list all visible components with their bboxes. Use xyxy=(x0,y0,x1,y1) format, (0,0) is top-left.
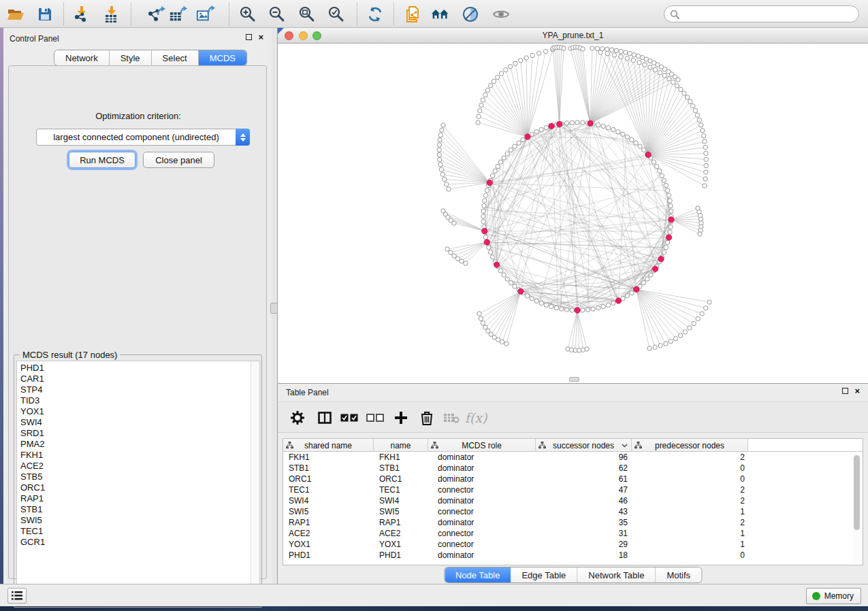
table-row[interactable]: ACE2ACE2connector311 xyxy=(283,528,863,539)
eye-icon[interactable] xyxy=(492,5,511,24)
zoom-selected-icon[interactable] xyxy=(327,5,346,24)
table-row[interactable]: ORC1ORC1dominator610 xyxy=(283,474,863,484)
column-header-successor-nodes[interactable]: successor nodes xyxy=(536,439,632,452)
delete-table-icon[interactable] xyxy=(441,408,462,427)
list-item[interactable]: SWI4 xyxy=(17,417,248,428)
function-builder-icon[interactable]: f(x) xyxy=(466,408,486,427)
tab-select[interactable]: Select xyxy=(152,50,199,65)
list-item[interactable]: STB5 xyxy=(17,472,248,482)
search-field[interactable] xyxy=(664,5,859,22)
network-graph[interactable] xyxy=(278,44,868,383)
table-cell: YOX1 xyxy=(374,539,428,550)
refresh-icon[interactable] xyxy=(366,5,385,24)
list-item[interactable]: TEC1 xyxy=(17,526,248,537)
import-table-icon[interactable] xyxy=(102,5,121,24)
open-session-icon[interactable] xyxy=(6,5,25,24)
export-image-icon[interactable] xyxy=(196,5,215,24)
panel-splitter[interactable] xyxy=(272,28,278,584)
network-window-titlebar[interactable]: YPA_prune.txt_1 xyxy=(278,28,868,44)
column-settings-icon[interactable] xyxy=(287,408,308,427)
table-cell: connector xyxy=(428,528,536,539)
header-filler xyxy=(748,439,863,451)
list-item[interactable]: RAP1 xyxy=(17,493,248,504)
table-row[interactable]: TEC1TEC1connector472 xyxy=(283,484,863,495)
tab-mcds[interactable]: MCDS xyxy=(199,50,246,65)
import-network-icon[interactable] xyxy=(73,5,92,24)
list-item[interactable]: SRD1 xyxy=(17,428,248,439)
tab-network-table[interactable]: Network Table xyxy=(577,567,656,582)
list-item[interactable]: SWI5 xyxy=(17,515,248,526)
run-mcds-button[interactable]: Run MCDS xyxy=(69,152,135,168)
houses-icon[interactable] xyxy=(431,5,450,24)
table-row[interactable]: STB1STB1dominator620 xyxy=(283,463,863,474)
list-item[interactable]: YOX1 xyxy=(17,406,248,417)
column-header-shared-name[interactable]: shared name xyxy=(283,439,374,452)
column-header-MCDS-role[interactable]: MCDS role xyxy=(428,439,536,452)
table-scrollbar[interactable] xyxy=(853,454,861,563)
float-panel-icon[interactable] xyxy=(842,388,848,394)
table-row[interactable]: RAP1RAP1dominator352 xyxy=(283,517,863,528)
table-cell: ORC1 xyxy=(374,474,428,484)
tab-node-table[interactable]: Node Table xyxy=(445,567,511,582)
list-item[interactable]: GCR1 xyxy=(17,537,248,548)
tab-motifs[interactable]: Motifs xyxy=(656,567,701,582)
network-canvas[interactable] xyxy=(278,44,868,383)
close-panel-icon[interactable]: × xyxy=(258,34,263,40)
memory-button[interactable]: Memory xyxy=(806,588,861,604)
task-history-button[interactable] xyxy=(7,588,27,604)
deselect-all-icon[interactable] xyxy=(365,408,385,427)
zoom-in-icon[interactable] xyxy=(238,5,257,24)
clone-network-icon[interactable] xyxy=(404,5,423,24)
export-network-icon[interactable] xyxy=(146,5,165,24)
export-table-icon[interactable] xyxy=(169,5,188,24)
show-columns-icon[interactable] xyxy=(315,408,335,427)
mcds-result-list[interactable]: PHD1CAR1STP4TID3YOX1SWI4SRD1PMA2FKH1ACE2… xyxy=(16,361,260,606)
float-panel-icon[interactable] xyxy=(246,34,252,40)
slashed-circle-icon[interactable] xyxy=(461,5,480,24)
network-title: YPA_prune.txt_1 xyxy=(278,31,868,40)
search-input[interactable] xyxy=(683,10,858,19)
delete-column-icon[interactable] xyxy=(417,408,437,427)
list-item[interactable]: CAR1 xyxy=(17,374,248,384)
select-all-icon[interactable] xyxy=(339,408,359,427)
close-panel-button[interactable]: Close panel xyxy=(143,152,214,168)
tab-style[interactable]: Style xyxy=(110,50,152,65)
table-cell: RAP1 xyxy=(374,517,428,528)
table-cell: TEC1 xyxy=(283,484,374,495)
column-header-predecessor-nodes[interactable]: predecessor nodes xyxy=(632,439,748,452)
list-item[interactable]: ORC1 xyxy=(17,482,248,493)
table-row[interactable]: YOX1YOX1connector291 xyxy=(283,539,863,550)
table-cell: 2 xyxy=(632,484,748,495)
save-session-icon[interactable] xyxy=(35,5,54,24)
table-cell: dominator xyxy=(428,452,536,463)
zoom-out-icon[interactable] xyxy=(268,5,287,24)
add-column-icon[interactable] xyxy=(391,408,411,427)
list-scrollbar[interactable] xyxy=(251,361,259,605)
list-item[interactable]: STP4 xyxy=(17,384,248,395)
criterion-select[interactable]: largest connected component (undirected) xyxy=(36,129,250,146)
column-header-name[interactable]: name xyxy=(374,439,428,452)
list-item[interactable]: STB1 xyxy=(17,504,248,515)
list-item[interactable]: PMA2 xyxy=(17,439,248,450)
list-item[interactable]: ACE2 xyxy=(17,461,248,472)
list-item[interactable]: TID3 xyxy=(17,395,248,406)
splitter-handle[interactable] xyxy=(569,377,579,382)
tab-network[interactable]: Network xyxy=(54,50,110,65)
table-cell: 2 xyxy=(632,452,748,463)
table-row[interactable]: SWI5SWI5connector431 xyxy=(283,506,863,517)
table-cell: 35 xyxy=(536,517,632,528)
toolbar-separator xyxy=(229,3,229,25)
table-cell: FKH1 xyxy=(283,452,374,463)
list-item[interactable]: PHD1 xyxy=(17,363,248,374)
close-panel-icon[interactable]: × xyxy=(854,388,860,394)
list-item[interactable]: FKH1 xyxy=(17,450,248,461)
scrollbar-thumb[interactable] xyxy=(854,455,860,530)
table-row[interactable]: PHD1PHD1dominator180 xyxy=(283,550,863,561)
tab-edge-table[interactable]: Edge Table xyxy=(511,567,577,582)
table-row[interactable]: SWI4SWI4dominator462 xyxy=(283,495,863,506)
splitter-handle[interactable] xyxy=(270,303,278,314)
zoom-fit-icon[interactable] xyxy=(298,5,317,24)
table-cell: connector xyxy=(428,539,536,550)
table-row[interactable]: FKH1FKH1dominator962 xyxy=(283,452,863,463)
table-panel-title: Table Panel xyxy=(286,388,329,397)
